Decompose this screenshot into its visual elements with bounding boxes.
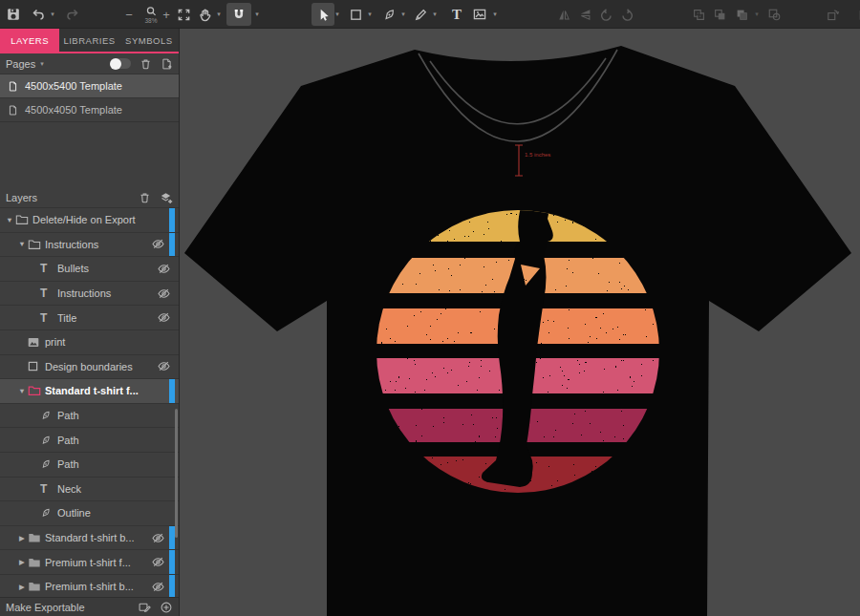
add-layer-icon[interactable] <box>159 191 173 204</box>
visibility-toggle[interactable] <box>150 582 165 592</box>
expander-icon[interactable]: ▶ <box>16 558 28 566</box>
visibility-toggle[interactable] <box>156 361 171 372</box>
visibility-toggle[interactable] <box>150 557 165 567</box>
layer-row[interactable]: ▼Delete/Hide on Export <box>0 208 179 233</box>
rectangle-tool-caret[interactable]: ▾ <box>365 3 375 26</box>
layer-name: Instructions <box>45 239 150 250</box>
pages-header: Pages ▾ <box>0 53 179 74</box>
layer-row[interactable]: print <box>0 330 179 355</box>
arrange-caret[interactable]: ▾ <box>752 3 762 26</box>
folder-icon <box>28 239 41 250</box>
text-tool-icon: T <box>452 7 462 23</box>
add-page-icon[interactable] <box>161 57 173 71</box>
pages-dropdown-caret[interactable]: ▾ <box>40 60 44 68</box>
layer-row[interactable]: TInstructions <box>0 282 179 307</box>
visibility-toggle[interactable] <box>156 264 171 274</box>
make-exportable-label[interactable]: Make Exportable <box>6 602 85 613</box>
layers-scrollbar[interactable] <box>175 409 178 538</box>
pages-visibility-toggle[interactable] <box>110 58 131 69</box>
dimension-label: 1.5 inches <box>525 152 550 158</box>
hand-tool-caret[interactable]: ▾ <box>214 3 224 26</box>
expander-icon[interactable]: ▼ <box>4 216 15 224</box>
layer-name: Standard t-shirt b... <box>45 532 150 543</box>
flip-vertical-icon <box>578 8 592 22</box>
zoom-in-button[interactable]: + <box>160 3 173 26</box>
layer-row[interactable]: TTitle <box>0 306 179 330</box>
fit-screen-button[interactable] <box>172 3 195 26</box>
redo-button[interactable] <box>61 3 84 26</box>
mask-button[interactable] <box>763 3 785 26</box>
left-panel: LAYERSLIBRARIESSYMBOLS Pages ▾ 4500x5400… <box>0 29 180 616</box>
visibility-toggle[interactable] <box>150 533 165 543</box>
layer-row[interactable]: Path <box>0 428 179 453</box>
visibility-toggle[interactable] <box>156 288 171 299</box>
layer-row[interactable]: ▼Instructions <box>0 233 179 258</box>
freehand-tool-button[interactable] <box>409 3 432 26</box>
page-name: 4500x4050 Template <box>25 104 171 116</box>
layer-name: Title <box>57 312 156 324</box>
image-tool-button[interactable] <box>468 3 491 26</box>
tab-layers[interactable]: LAYERS <box>0 29 59 52</box>
layer-color-indicator <box>169 379 175 403</box>
expander-icon[interactable]: ▼ <box>16 387 28 395</box>
visibility-toggle[interactable] <box>150 239 165 249</box>
page-name: 4500x5400 Template <box>25 80 171 92</box>
delete-page-icon[interactable] <box>140 57 152 71</box>
freehand-tool-caret[interactable]: ▾ <box>430 3 440 26</box>
rotate-cw-icon <box>620 8 634 22</box>
layer-row[interactable]: ▼Standard t-shirt f... <box>0 379 179 404</box>
arrange-button[interactable] <box>730 3 753 26</box>
layer-color-indicator <box>169 550 175 574</box>
union-button[interactable] <box>687 3 710 26</box>
snapping-button[interactable] <box>226 3 251 26</box>
expander-icon[interactable]: ▶ <box>16 534 28 542</box>
text-layer-icon: T <box>40 263 47 274</box>
flip-horizontal-button[interactable] <box>552 3 575 26</box>
delete-layer-icon[interactable] <box>139 191 151 204</box>
image-tool-caret[interactable]: ▾ <box>490 3 500 26</box>
tab-libraries[interactable]: LIBRARIES <box>59 29 118 52</box>
pen-tool-caret[interactable]: ▾ <box>398 3 408 26</box>
layer-row[interactable]: ▶Standard t-shirt b... <box>0 526 179 551</box>
zoom-out-button[interactable]: − <box>122 3 136 26</box>
page-item[interactable]: 4500x4050 Template <box>0 98 179 122</box>
pointer-tool-button[interactable] <box>312 3 334 26</box>
overflow-button[interactable] <box>853 3 860 26</box>
folder-filled-icon <box>28 532 41 543</box>
subtract-button[interactable] <box>708 3 731 26</box>
tab-symbols[interactable]: SYMBOLS <box>119 29 179 52</box>
pen-tool-button[interactable] <box>377 3 400 26</box>
save-button[interactable] <box>2 3 25 26</box>
layer-row[interactable]: Design boundaries <box>0 355 179 380</box>
visibility-toggle[interactable] <box>156 312 171 323</box>
layers-header: Layers <box>0 188 179 208</box>
flip-vertical-button[interactable] <box>573 3 596 26</box>
rectangle-tool-button[interactable] <box>344 3 367 26</box>
page-item[interactable]: 4500x5400 Template <box>0 74 179 98</box>
layer-row[interactable]: TBullets <box>0 257 179 282</box>
layer-row[interactable]: Path <box>0 453 179 478</box>
hand-tool-button[interactable] <box>193 3 216 26</box>
add-export-icon[interactable] <box>160 601 173 614</box>
fit-screen-icon <box>177 8 191 22</box>
canvas-area[interactable]: 1.5 inches <box>180 29 860 616</box>
text-tool-button[interactable]: T <box>445 3 468 26</box>
text-layer-icon: T <box>40 287 47 299</box>
layer-row[interactable]: ▶Premium t-shirt f... <box>0 550 179 575</box>
pointer-tool-caret[interactable]: ▾ <box>333 3 342 26</box>
rotate-cw-button[interactable] <box>615 3 638 26</box>
expander-icon[interactable]: ▼ <box>16 240 28 248</box>
export-slice-icon[interactable] <box>138 601 152 614</box>
expander-icon[interactable]: ▶ <box>16 583 28 591</box>
layer-row[interactable]: TNeck <box>0 478 179 502</box>
snapping-caret[interactable]: ▾ <box>252 3 262 26</box>
layer-row[interactable]: Path <box>0 404 179 429</box>
undo-caret[interactable]: ▾ <box>48 3 57 26</box>
rotate-ccw-button[interactable] <box>594 3 617 26</box>
convert-button[interactable] <box>821 3 844 26</box>
panel-footer: Make Exportable <box>0 597 179 616</box>
undo-button[interactable] <box>27 3 50 26</box>
layer-row[interactable]: Outline <box>0 501 179 526</box>
layer-row[interactable]: ▶Premium t-shirt b... <box>0 575 179 597</box>
flip-horizontal-icon <box>557 8 571 22</box>
